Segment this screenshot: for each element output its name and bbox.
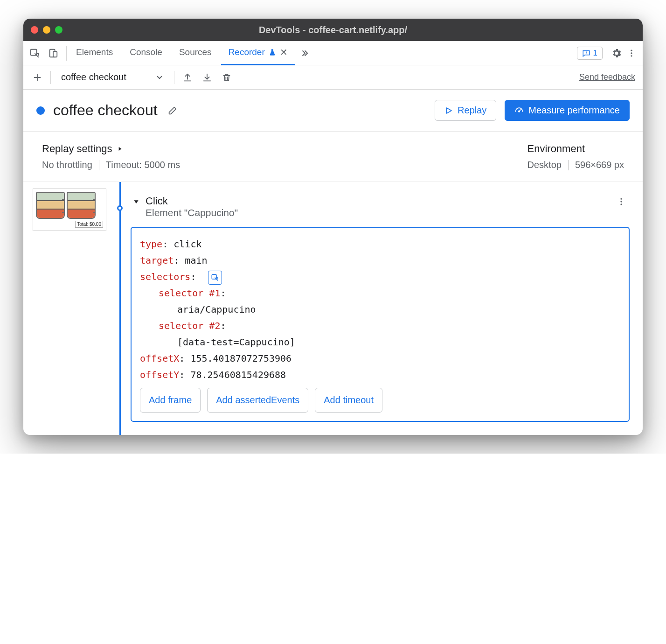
val-target[interactable]: main (185, 255, 207, 266)
tab-console[interactable]: Console (122, 41, 170, 65)
issues-badge[interactable]: 1 (577, 47, 603, 60)
collapse-caret-icon (132, 198, 140, 205)
tab-sources[interactable]: Sources (172, 41, 219, 65)
step-kebab-menu-icon[interactable] (615, 195, 628, 208)
maximize-window-button[interactable] (55, 26, 62, 34)
add-timeout-button[interactable]: Add timeout (315, 388, 382, 413)
svg-point-9 (620, 203, 622, 205)
mug-icon (67, 192, 96, 219)
tab-label: Console (130, 47, 162, 57)
chevron-right-icon (117, 146, 123, 152)
close-tab-icon[interactable]: ✕ (280, 47, 288, 58)
recording-selector[interactable]: coffee checkout (57, 70, 167, 84)
thumbnail-price: Total: $0.00 (75, 221, 103, 228)
throttling-value: No throttling (42, 160, 92, 170)
key-target: target (140, 255, 173, 266)
val-type[interactable]: click (173, 238, 201, 250)
button-label: Measure performance (528, 105, 620, 116)
tab-label: Recorder (229, 47, 265, 57)
step-details-editor[interactable]: type: click target: main selectors: sele… (131, 227, 630, 422)
environment-label: Environment (527, 143, 585, 155)
screenshot-thumbnail[interactable]: Total: $0.00 (33, 189, 106, 231)
replay-button[interactable]: Replay (435, 100, 496, 121)
timeline (112, 182, 128, 435)
replay-settings-toggle[interactable]: Replay settings (42, 143, 180, 155)
step-area: Total: $0.00 Click Element "Cappucino" (23, 182, 643, 435)
titlebar: DevTools - coffee-cart.netlify.app/ (23, 19, 643, 41)
settings-row: Replay settings No throttling Timeout: 5… (23, 132, 643, 182)
experiment-icon (269, 49, 276, 56)
recording-title: coffee checkout (53, 102, 158, 119)
tab-recorder[interactable]: Recorder ✕ (221, 41, 295, 65)
recorder-toolbar: coffee checkout Send feedback (23, 65, 643, 90)
val-selector-2[interactable]: [data-test=Cappucino] (177, 336, 295, 348)
tab-label: Elements (76, 47, 113, 57)
key-offsetx: offsetX (140, 353, 179, 364)
viewport-dimensions: 596×669 px (575, 160, 624, 170)
add-asserted-events-button[interactable]: Add assertedEvents (207, 388, 308, 413)
close-window-button[interactable] (31, 26, 38, 34)
divider (568, 160, 569, 170)
send-feedback-link[interactable]: Send feedback (579, 72, 635, 82)
svg-point-4 (631, 52, 632, 54)
tab-elements[interactable]: Elements (69, 41, 120, 65)
key-selectors: selectors (140, 271, 190, 282)
val-offsety[interactable]: 78.25460815429688 (190, 369, 286, 380)
mug-icon (36, 192, 65, 219)
val-selector-1[interactable]: aria/Cappucino (177, 304, 256, 315)
gauge-icon (514, 106, 524, 115)
button-label: Replay (458, 105, 486, 116)
settings-label: Replay settings (42, 143, 112, 155)
new-recording-icon[interactable] (31, 71, 44, 84)
tab-label: Sources (179, 47, 212, 57)
window-title: DevTools - coffee-cart.netlify.app/ (259, 25, 407, 35)
import-icon[interactable] (201, 71, 214, 84)
key-type: type (140, 238, 162, 250)
svg-point-5 (631, 55, 632, 56)
recording-name: coffee checkout (61, 72, 126, 83)
step-title: Click (146, 195, 238, 207)
chevron-down-icon (155, 73, 164, 82)
key-selector-1: selector #1 (159, 287, 220, 299)
divider (99, 160, 99, 170)
svg-point-7 (620, 198, 622, 200)
svg-point-3 (631, 49, 632, 51)
timeout-value: Timeout: 5000 ms (106, 160, 180, 170)
play-icon (444, 106, 453, 115)
devtools-tabbar: Elements Console Sources Recorder ✕ 1 (23, 41, 643, 65)
delete-icon[interactable] (220, 71, 233, 84)
device-toggle-icon[interactable] (47, 47, 60, 60)
traffic-lights (31, 26, 62, 34)
measure-performance-button[interactable]: Measure performance (505, 100, 630, 121)
selector-picker-button[interactable] (208, 271, 222, 285)
edit-title-icon[interactable] (166, 104, 179, 117)
issues-count: 1 (593, 49, 597, 58)
kebab-menu-icon[interactable] (625, 47, 638, 60)
svg-point-6 (519, 111, 520, 112)
recording-header: coffee checkout Replay Measure performan… (23, 90, 643, 132)
key-selector-2: selector #2 (159, 320, 220, 331)
more-tabs-icon[interactable] (299, 47, 312, 60)
export-icon[interactable] (181, 71, 194, 84)
minimize-window-button[interactable] (43, 26, 50, 34)
step-header[interactable]: Click Element "Cappucino" (131, 191, 630, 222)
settings-gear-icon[interactable] (610, 47, 623, 60)
timeline-dot (117, 205, 123, 211)
key-offsety: offsetY (140, 369, 179, 380)
inspect-element-icon[interactable] (28, 47, 41, 60)
val-offsetx[interactable]: 155.40187072753906 (190, 353, 291, 364)
svg-point-8 (620, 201, 622, 202)
device-value: Desktop (527, 160, 562, 170)
step-subtitle: Element "Cappucino" (146, 207, 238, 218)
add-frame-button[interactable]: Add frame (140, 388, 201, 413)
devtools-window: DevTools - coffee-cart.netlify.app/ Elem… (23, 19, 643, 435)
recording-status-dot (36, 106, 45, 115)
svg-rect-2 (53, 51, 57, 57)
